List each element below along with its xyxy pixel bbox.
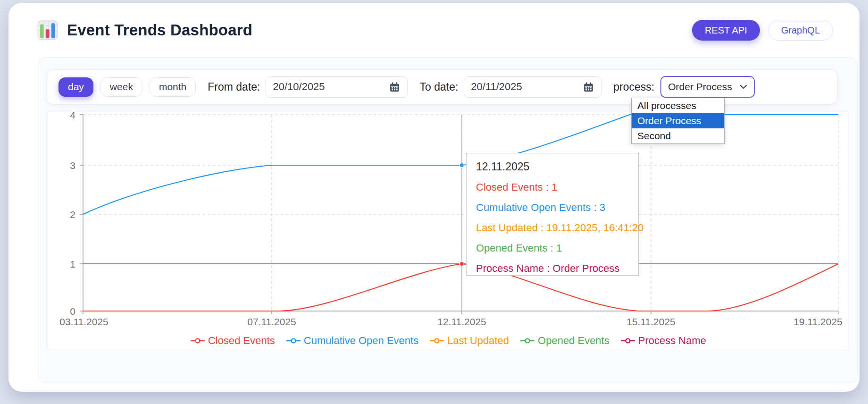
process-option-all-processes[interactable]: All processes	[632, 98, 724, 113]
svg-text:12.11.2025: 12.11.2025	[437, 316, 486, 327]
svg-text:15.11.2025: 15.11.2025	[626, 316, 676, 327]
from-date-value: 20/10/2025	[273, 81, 383, 93]
process-option-order-process[interactable]: Order Process	[632, 113, 724, 128]
from-date-input[interactable]: 20/10/2025	[266, 76, 408, 98]
dashboard-card: Event Trends Dashboard REST API GraphQL …	[8, 3, 860, 392]
svg-text:2: 2	[70, 209, 75, 220]
granularity-day-button[interactable]: day	[58, 77, 93, 97]
dashboard-container: day week month From date: 20/10/2025 To …	[38, 57, 858, 383]
legend-label: Last Updated	[447, 335, 509, 347]
tooltip-row-closed-events: Closed Events : 1	[476, 181, 629, 194]
page-title: Event Trends Dashboard	[67, 21, 252, 39]
granularity-week-button[interactable]: week	[100, 77, 142, 97]
red-point-marker	[459, 261, 464, 266]
legend-item-process-name[interactable]: Process Name	[621, 335, 706, 347]
chart-panel: 4 3 2 1 0 03.11.2025 07.11.2025 12.11.20…	[48, 111, 849, 351]
tooltip-row-process-name: Process Name : Order Process	[476, 262, 629, 275]
rest-api-button[interactable]: REST API	[692, 20, 760, 41]
process-dropdown-menu: All processes Order Process Second	[631, 98, 725, 144]
grid-lines	[83, 115, 838, 311]
to-date-label: To date:	[419, 81, 458, 93]
graphql-button[interactable]: GraphQL	[768, 20, 833, 41]
calendar-icon[interactable]	[389, 81, 401, 93]
process-option-second[interactable]: Second	[632, 128, 724, 143]
to-date-value: 20/11/2025	[471, 81, 577, 93]
svg-text:3: 3	[70, 160, 75, 171]
line-marker-icon	[191, 338, 205, 344]
process-select[interactable]: Order Process	[660, 76, 755, 98]
svg-text:19.11.2025: 19.11.2025	[793, 316, 843, 327]
blue-point-marker	[459, 163, 464, 167]
legend-label: Cumulative Open Events	[304, 335, 418, 347]
tooltip-row-last-updated: Last Updated : 19.11.2025, 16:41:20	[476, 222, 629, 234]
legend-item-closed-events[interactable]: Closed Events	[191, 335, 275, 347]
calendar-icon[interactable]	[583, 81, 594, 93]
legend-item-cumulative-open-events[interactable]: Cumulative Open Events	[286, 335, 418, 347]
legend-label: Opened Events	[538, 335, 609, 347]
process-select-value: Order Process	[668, 81, 740, 93]
svg-text:4: 4	[70, 111, 75, 120]
header: Event Trends Dashboard REST API GraphQL	[37, 18, 833, 42]
line-marker-icon	[621, 338, 635, 344]
closed-events-line	[83, 264, 838, 311]
from-date-label: From date:	[208, 81, 260, 93]
svg-text:0: 0	[70, 306, 75, 317]
process-label: process:	[613, 81, 654, 93]
line-marker-icon	[430, 338, 444, 344]
legend-item-opened-events[interactable]: Opened Events	[520, 335, 609, 347]
tooltip-date: 12.11.2025	[476, 160, 629, 173]
tooltip-row-opened-events: Opened Events : 1	[476, 242, 629, 254]
granularity-month-button[interactable]: month	[150, 77, 196, 97]
x-axis-labels: 03.11.2025 07.11.2025 12.11.2025 15.11.2…	[59, 316, 843, 327]
legend-label: Process Name	[638, 335, 706, 347]
chart-tooltip: 12.11.2025 Closed Events : 1 Cumulative …	[466, 153, 639, 276]
svg-text:03.11.2025: 03.11.2025	[59, 316, 108, 327]
bar-chart-icon	[37, 19, 58, 41]
chart-legend: Closed Events Cumulative Open Events Las…	[48, 335, 849, 347]
tooltip-row-cumulative-open-events: Cumulative Open Events : 3	[476, 202, 629, 214]
svg-text:1: 1	[70, 259, 75, 269]
to-date-input[interactable]: 20/11/2025	[464, 76, 601, 98]
y-axis-labels: 4 3 2 1 0	[70, 111, 75, 317]
chevron-down-icon	[740, 84, 747, 89]
legend-item-last-updated[interactable]: Last Updated	[430, 335, 509, 347]
line-marker-icon	[520, 338, 534, 344]
line-chart[interactable]: 4 3 2 1 0 03.11.2025 07.11.2025 12.11.20…	[48, 111, 850, 352]
legend-label: Closed Events	[208, 335, 275, 347]
line-marker-icon	[286, 338, 300, 344]
svg-text:07.11.2025: 07.11.2025	[247, 316, 296, 327]
